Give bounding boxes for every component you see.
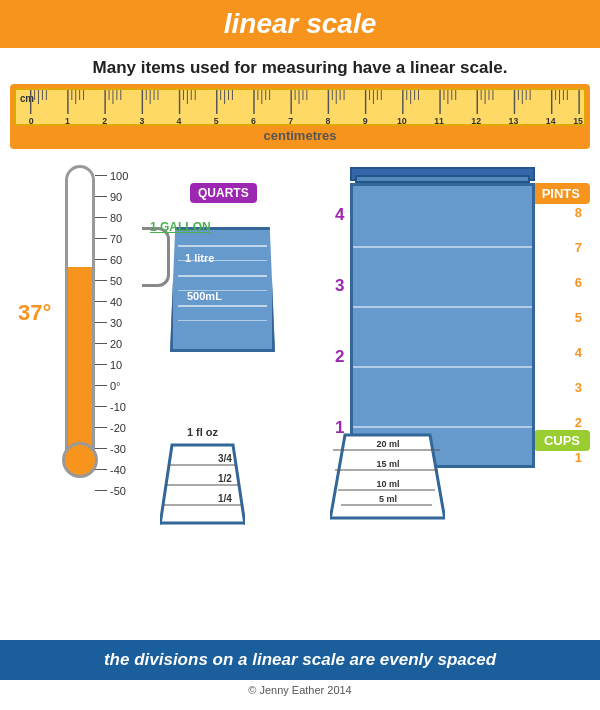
- beaker-body: 1 litre 500mL: [170, 227, 275, 352]
- centimetres-label: centimetres: [14, 126, 586, 147]
- pints-badge: PINTS: [532, 183, 590, 204]
- svg-text:10: 10: [397, 116, 407, 126]
- pints-scale: 8 7 6 5 4 3 2 1: [575, 205, 582, 485]
- ml-label: 500mL: [187, 290, 222, 302]
- copyright: © Jenny Eather 2014: [0, 678, 600, 702]
- subtitle-text: Many items used for measuring have a lin…: [0, 48, 600, 84]
- svg-text:20 ml: 20 ml: [376, 439, 399, 449]
- svg-text:4: 4: [177, 116, 182, 126]
- svg-text:2: 2: [102, 116, 107, 126]
- fl-oz-label: 1 fl oz: [160, 426, 245, 438]
- beaker-handle: [142, 227, 170, 287]
- svg-rect-110: [330, 518, 445, 530]
- svg-text:15 ml: 15 ml: [376, 459, 399, 469]
- large-container: [350, 183, 535, 468]
- small-conical-cup: 1 fl oz 3/4 1/2 1/4: [160, 426, 245, 534]
- svg-text:9: 9: [363, 116, 368, 126]
- svg-text:8: 8: [325, 116, 330, 126]
- small-cup-svg: 3/4 1/2 1/4: [160, 440, 245, 530]
- right-section: PINTS CUPS 4 3 2 1 8 7 6 5 4 3: [320, 155, 590, 539]
- ruler-svg: cm // We'll draw in SVG inline 0 1: [16, 90, 584, 126]
- svg-text:6: 6: [251, 116, 256, 126]
- ruler: cm // We'll draw in SVG inline 0 1: [14, 88, 586, 126]
- svg-text:11: 11: [434, 116, 444, 126]
- svg-text:0: 0: [29, 116, 34, 126]
- thermometer-fill: [68, 267, 92, 452]
- svg-text:13: 13: [509, 116, 519, 126]
- right-conical-cup: 20 ml 15 ml 10 ml 5 ml: [330, 430, 445, 534]
- svg-text:7: 7: [288, 116, 293, 126]
- header-section: linear scale: [0, 0, 600, 48]
- svg-text:1/2: 1/2: [218, 473, 232, 484]
- middle-section: QUARTS 1 GALLON 1 litre 500mL 1 fl oz: [120, 155, 320, 539]
- footer-label: the divisions on a linear scale are even…: [104, 650, 496, 669]
- thermometer-tube: [65, 165, 95, 455]
- svg-text:5 ml: 5 ml: [379, 494, 397, 504]
- svg-text:3: 3: [139, 116, 144, 126]
- ruler-container: cm // We'll draw in SVG inline 0 1: [10, 84, 590, 149]
- thermometer-temp-label: 37°: [18, 300, 51, 326]
- svg-text:10 ml: 10 ml: [376, 479, 399, 489]
- main-content: 37° 100 90 80 70 60 50 40 30 20 10 0° -1…: [0, 149, 600, 539]
- thermometer-section: 37° 100 90 80 70 60 50 40 30 20 10 0° -1…: [10, 155, 120, 539]
- footer-text: the divisions on a linear scale are even…: [0, 640, 600, 680]
- quarts-badge: QUARTS: [190, 183, 257, 203]
- right-cup-svg: 20 ml 15 ml 10 ml 5 ml: [330, 430, 445, 530]
- svg-text:12: 12: [471, 116, 481, 126]
- litre-label: 1 litre: [185, 252, 214, 264]
- svg-text:1/4: 1/4: [218, 493, 232, 504]
- page-title: linear scale: [0, 8, 600, 40]
- svg-text:5: 5: [214, 116, 219, 126]
- gallon-label: 1 GALLON: [150, 220, 211, 234]
- container-cap2: [355, 175, 530, 183]
- svg-text:1: 1: [65, 116, 70, 126]
- svg-rect-100: [160, 523, 245, 530]
- svg-text:3/4: 3/4: [218, 453, 232, 464]
- thermometer-bulb: [62, 442, 98, 478]
- svg-text:15: 15: [573, 116, 583, 126]
- svg-text:14: 14: [546, 116, 556, 126]
- svg-text:cm: cm: [20, 93, 34, 104]
